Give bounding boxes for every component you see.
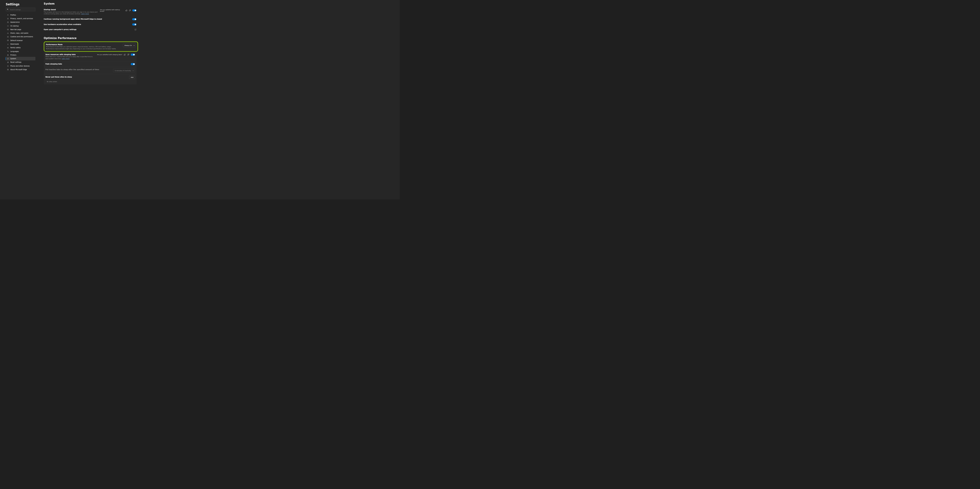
background-apps-title: Continue running background apps when Mi… <box>44 18 102 20</box>
svg-rect-7 <box>7 29 9 30</box>
setting-startup-boost: Startup boost The browser will launch in… <box>44 8 136 17</box>
sleeping-tabs-learn-more-link[interactable]: Learn more <box>62 58 69 59</box>
search-icon <box>7 8 10 11</box>
sidebar-item-phone-and-other-devices[interactable]: Phone and other devices <box>6 64 35 68</box>
section-system-title: System <box>44 2 396 5</box>
setting-never-sleep: Never put these sites to sleep Add <box>44 74 137 81</box>
profile-icon <box>7 14 9 16</box>
sidebar-item-downloads[interactable]: Downloads <box>6 42 35 46</box>
sidebar-item-label: Appearance <box>10 21 20 23</box>
svg-rect-3 <box>7 18 8 19</box>
sidebar-item-label: Languages <box>10 51 19 52</box>
sidebar-item-label: System <box>10 58 16 59</box>
sidebar-item-appearance[interactable]: Appearance <box>6 21 35 24</box>
system-icon <box>7 58 9 59</box>
lock-icon <box>7 17 9 19</box>
setting-fade-sleeping: Fade sleeping tabs <box>44 62 137 67</box>
sidebar-item-label: New tab page <box>10 29 21 30</box>
sidebar-item-printers[interactable]: Printers <box>6 53 35 57</box>
inactive-time-dropdown[interactable]: 5 minutes of inactivity <box>113 69 135 73</box>
sidebar-item-new-tab-page[interactable]: New tab page <box>6 28 35 32</box>
download-icon <box>7 43 9 45</box>
palette-icon <box>7 21 9 23</box>
sidebar-item-label: Printers <box>10 54 16 56</box>
svg-point-9 <box>8 37 8 37</box>
svg-point-13 <box>8 47 8 48</box>
svg-point-2 <box>8 14 8 15</box>
inactive-time-value: 5 minutes of inactivity <box>115 70 131 71</box>
add-site-button[interactable]: Add <box>129 76 135 79</box>
printer-icon <box>7 54 9 56</box>
sidebar-item-label: Reset settings <box>10 62 21 63</box>
performance-mode-value: Always On <box>124 44 132 46</box>
sidebar-item-share-copy-and-paste[interactable]: Share, copy, and paste <box>6 32 35 35</box>
sidebar-item-label: About Microsoft Edge <box>10 68 27 70</box>
sidebar-item-label: Profiles <box>10 14 16 16</box>
tab-icon <box>7 29 9 30</box>
sidebar-item-system[interactable]: System <box>6 57 35 60</box>
sidebar-item-cookies-and-site-permissions[interactable]: Cookies and site permissions <box>6 35 35 38</box>
setting-background-apps: Continue running background apps when Mi… <box>44 17 136 22</box>
sidebar-title: Settings <box>0 2 38 8</box>
sidebar-item-label: Downloads <box>10 43 19 45</box>
setting-sleeping-tabs: Save resources with sleeping tabs When t… <box>44 52 137 61</box>
thumbs-up-icon[interactable] <box>124 54 126 56</box>
sidebar-item-label: Cookies and site permissions <box>10 36 33 38</box>
sidebar-item-profiles[interactable]: Profiles <box>6 13 35 17</box>
search-settings-field[interactable] <box>6 8 35 11</box>
external-link-icon <box>135 29 136 30</box>
svg-point-18 <box>7 69 9 70</box>
sidebar-item-label: On startup <box>10 25 19 27</box>
performance-mode-card: Performance Mode Performance mode helps … <box>44 41 138 52</box>
startup-boost-learn-more-link[interactable]: Learn more <box>81 13 89 14</box>
power-icon <box>7 25 9 27</box>
svg-rect-11 <box>7 40 9 41</box>
hardware-accel-toggle[interactable] <box>132 24 136 25</box>
thumbs-down-icon[interactable] <box>129 10 131 11</box>
reset-icon <box>7 62 9 63</box>
performance-mode-dropdown[interactable]: Always On <box>123 44 136 47</box>
svg-rect-15 <box>7 58 9 59</box>
sidebar-item-default-browser[interactable]: Default browser <box>6 38 35 42</box>
sleeping-tabs-desc: When this is on, inactive tabs will go t… <box>45 56 94 60</box>
setting-proxy[interactable]: Open your computer's proxy settings <box>44 27 136 32</box>
performance-mode-title: Performance Mode <box>46 44 120 45</box>
section-optimize-title: Optimize Performance <box>44 37 396 40</box>
fade-sleeping-title: Fade sleeping tabs <box>45 63 62 65</box>
settings-main: System Startup boost The browser will la… <box>38 0 400 200</box>
never-sleep-label: Never put these sites to sleep <box>45 76 72 78</box>
hardware-accel-title: Use hardware acceleration when available <box>44 24 81 25</box>
search-input[interactable] <box>10 9 34 11</box>
never-sleep-empty: No sites added <box>44 81 137 84</box>
thumbs-down-icon[interactable] <box>127 54 129 56</box>
edge-icon <box>7 68 9 70</box>
sidebar-item-reset-settings[interactable]: Reset settings <box>6 60 35 64</box>
thumbs-up-icon[interactable] <box>125 10 127 11</box>
sidebar-item-label: Share, copy, and paste <box>10 32 28 34</box>
cookie-icon <box>7 36 9 38</box>
sidebar-item-family-safety[interactable]: Family safety <box>6 46 35 49</box>
svg-point-12 <box>7 47 8 48</box>
settings-sidebar: Settings ProfilesPrivacy, search, and se… <box>0 0 38 200</box>
share-icon <box>7 32 9 34</box>
sidebar-item-privacy-search-and-services[interactable]: Privacy, search, and services <box>6 17 35 21</box>
sidebar-item-label: Phone and other devices <box>10 65 30 67</box>
sleeping-tabs-toggle[interactable] <box>130 54 135 56</box>
sidebar-item-on-startup[interactable]: On startup <box>6 24 35 27</box>
inactive-time-label: Put inactive tabs to sleep after the spe… <box>45 69 100 71</box>
fade-sleeping-toggle[interactable] <box>130 63 135 65</box>
sidebar-item-about-microsoft-edge[interactable]: About Microsoft Edge <box>6 68 35 71</box>
performance-mode-desc: Performance mode helps you optimize spee… <box>46 46 120 50</box>
startup-boost-title: Startup boost <box>44 9 100 11</box>
sleeping-tabs-question: Are you satisified with sleeping tabs? <box>97 54 122 56</box>
sidebar-item-label: Family safety <box>10 47 21 48</box>
sidebar-item-languages[interactable]: Languages <box>6 49 35 53</box>
svg-point-0 <box>7 9 8 10</box>
sleeping-tabs-title: Save resources with sleeping tabs <box>45 54 94 56</box>
settings-nav: ProfilesPrivacy, search, and servicesApp… <box>0 13 38 71</box>
svg-point-8 <box>7 36 9 38</box>
lang-icon <box>7 51 9 52</box>
startup-boost-toggle[interactable] <box>132 10 137 11</box>
background-apps-toggle[interactable] <box>132 18 136 21</box>
setting-hardware-accel: Use hardware acceleration when available <box>44 22 136 27</box>
